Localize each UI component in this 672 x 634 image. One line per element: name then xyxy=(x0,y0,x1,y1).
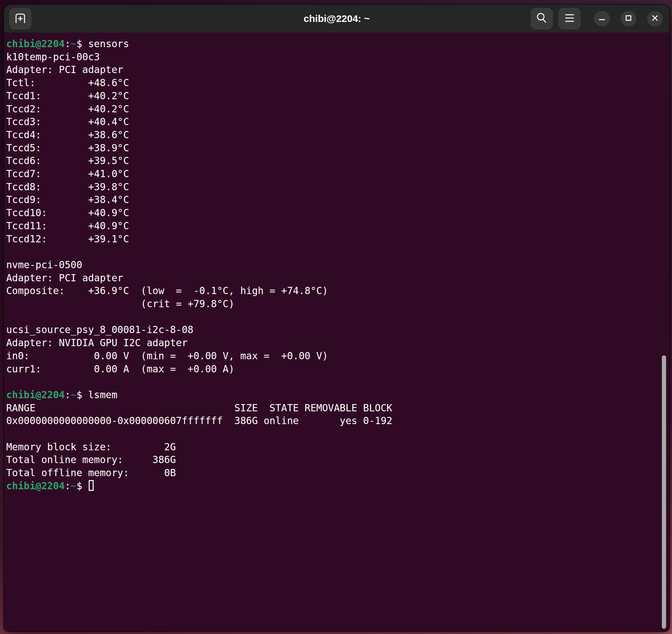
terminal-line: nvme-pci-0500 xyxy=(6,258,669,272)
prompt-directory: ~ xyxy=(71,480,77,492)
terminal-line xyxy=(6,427,669,441)
terminal-line: Tccd10: +40.9°C xyxy=(6,206,669,219)
prompt-directory: ~ xyxy=(71,389,77,400)
terminal-line: Tccd5: +38.9°C xyxy=(6,141,669,155)
terminal-text: : xyxy=(65,38,71,49)
terminal-line: Tccd2: +40.2°C xyxy=(6,102,669,116)
terminal-line: Tccd3: +40.4°C xyxy=(6,115,669,128)
scrollbar-thumb[interactable] xyxy=(662,355,666,629)
search-icon xyxy=(536,12,548,25)
terminal-line: Adapter: PCI adapter xyxy=(6,63,669,76)
maximize-icon xyxy=(625,15,632,23)
terminal-line: 0x0000000000000000-0x000000607fffffff 38… xyxy=(6,414,669,427)
terminal-line xyxy=(6,375,669,389)
terminal-prompt-line: chibi@2204:~$ sensors xyxy=(6,37,669,50)
terminal-text: $ lsmem xyxy=(76,389,117,400)
terminal-line: Tccd1: +40.2°C xyxy=(6,89,669,102)
prompt-directory: ~ xyxy=(71,38,77,49)
prompt-user-host: chibi@2204 xyxy=(6,480,65,492)
terminal-line: Tccd9: +38.4°C xyxy=(6,193,669,206)
terminal-line: Tccd4: +38.6°C xyxy=(6,128,669,141)
terminal-line: Tccd7: +41.0°C xyxy=(6,167,669,181)
maximize-button[interactable] xyxy=(621,11,636,26)
terminal-text: $ sensors xyxy=(76,38,129,49)
terminal-line xyxy=(6,310,669,324)
terminal-window: chibi@2204: ~ xyxy=(4,5,669,631)
terminal-line: Composite: +36.9°C (low = -0.1°C, high =… xyxy=(6,284,669,297)
terminal-screen[interactable]: chibi@2204:~$ sensorsk10temp-pci-00c3Ada… xyxy=(4,33,669,631)
terminal-line: Tccd12: +39.1°C xyxy=(6,233,669,245)
terminal-line: curr1: 0.00 A (max = +0.00 A) xyxy=(6,362,669,376)
terminal-line: Memory block size: 2G xyxy=(6,441,669,453)
terminal-line: Tccd8: +39.8°C xyxy=(6,181,669,193)
terminal-line: Total online memory: 386G xyxy=(6,453,669,466)
terminal-output: chibi@2204:~$ sensorsk10temp-pci-00c3Ada… xyxy=(4,33,669,493)
window-title: chibi@2204: ~ xyxy=(304,13,370,24)
close-icon xyxy=(651,14,659,23)
terminal-line: Tctl: +48.6°C xyxy=(6,76,669,89)
search-button[interactable] xyxy=(531,8,553,29)
terminal-line: Adapter: PCI adapter xyxy=(6,272,669,285)
hamburger-menu-icon xyxy=(563,13,575,24)
terminal-line xyxy=(6,245,669,258)
terminal-line: Adapter: NVIDIA GPU I2C adapter xyxy=(6,336,669,349)
terminal-line: in0: 0.00 V (min = +0.00 V, max = +0.00 … xyxy=(6,349,669,362)
prompt-user-host: chibi@2204 xyxy=(6,38,65,49)
terminal-line: RANGE SIZE STATE REMOVABLE BLOCK xyxy=(6,401,669,415)
terminal-line: ucsi_source_psy_8_00081-i2c-8-08 xyxy=(6,323,669,336)
terminal-text: $ xyxy=(76,480,88,492)
terminal-text: : xyxy=(65,480,71,492)
terminal-line: Tccd11: +40.9°C xyxy=(6,219,669,233)
prompt-user-host: chibi@2204 xyxy=(6,389,65,400)
close-button[interactable] xyxy=(647,11,663,26)
terminal-line: Tccd6: +39.5°C xyxy=(6,154,669,167)
terminal-text: : xyxy=(65,389,71,400)
terminal-cursor xyxy=(89,480,94,491)
titlebar: chibi@2204: ~ xyxy=(4,5,669,33)
minimize-button[interactable] xyxy=(594,11,610,26)
terminal-line: Total offline memory: 0B xyxy=(6,466,669,479)
minimize-icon xyxy=(598,15,605,23)
terminal-line: k10temp-pci-00c3 xyxy=(6,50,669,64)
new-tab-icon xyxy=(15,13,26,25)
terminal-line: (crit = +79.8°C) xyxy=(6,297,669,310)
menu-button[interactable] xyxy=(558,8,581,29)
new-tab-button[interactable] xyxy=(9,8,31,29)
terminal-prompt-line: chibi@2204:~$ lsmem xyxy=(6,389,669,401)
terminal-prompt-line: chibi@2204:~$ xyxy=(6,479,669,493)
